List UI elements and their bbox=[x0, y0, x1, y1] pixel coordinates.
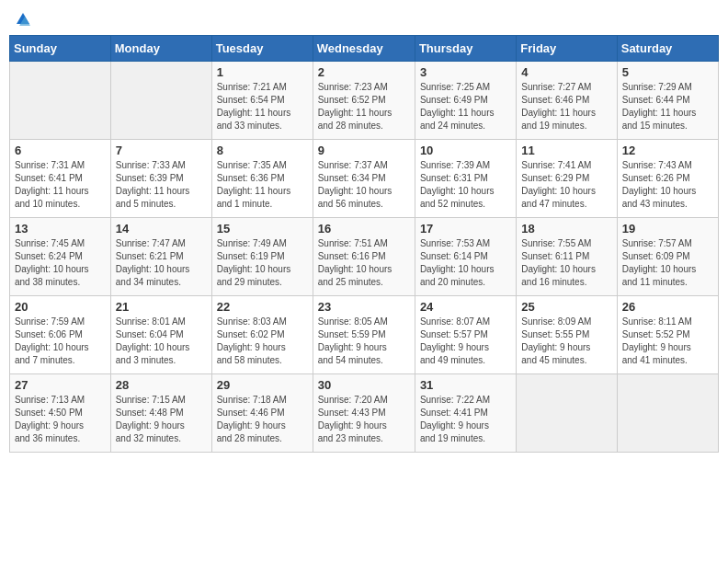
calendar-cell bbox=[10, 62, 111, 140]
logo bbox=[13, 9, 31, 28]
day-number: 24 bbox=[420, 300, 511, 314]
day-number: 5 bbox=[622, 65, 713, 79]
day-number: 20 bbox=[15, 300, 106, 314]
day-info: Sunrise: 7:15 AM Sunset: 4:48 PM Dayligh… bbox=[116, 394, 207, 445]
day-info: Sunrise: 7:55 AM Sunset: 6:11 PM Dayligh… bbox=[521, 237, 611, 289]
day-info: Sunrise: 7:18 AM Sunset: 4:46 PM Dayligh… bbox=[217, 394, 308, 445]
day-info: Sunrise: 7:25 AM Sunset: 6:49 PM Dayligh… bbox=[420, 81, 511, 132]
day-info: Sunrise: 7:47 AM Sunset: 6:21 PM Dayligh… bbox=[116, 237, 207, 289]
calendar-week-row: 6Sunrise: 7:31 AM Sunset: 6:41 PM Daylig… bbox=[10, 140, 719, 218]
day-number: 25 bbox=[521, 300, 611, 314]
day-number: 2 bbox=[318, 65, 410, 79]
calendar-cell: 25Sunrise: 8:09 AM Sunset: 5:55 PM Dayli… bbox=[517, 296, 617, 374]
day-info: Sunrise: 7:45 AM Sunset: 6:24 PM Dayligh… bbox=[15, 237, 106, 289]
calendar-cell: 3Sunrise: 7:25 AM Sunset: 6:49 PM Daylig… bbox=[415, 62, 516, 140]
day-number: 30 bbox=[318, 378, 410, 392]
calendar-cell: 23Sunrise: 8:05 AM Sunset: 5:59 PM Dayli… bbox=[313, 296, 415, 374]
calendar-header-row: SundayMondayTuesdayWednesdayThursdayFrid… bbox=[10, 36, 719, 62]
day-info: Sunrise: 7:49 AM Sunset: 6:19 PM Dayligh… bbox=[217, 237, 308, 289]
day-number: 31 bbox=[420, 378, 511, 392]
calendar-cell: 7Sunrise: 7:33 AM Sunset: 6:39 PM Daylig… bbox=[110, 140, 211, 218]
calendar-cell bbox=[617, 374, 718, 453]
calendar-cell: 28Sunrise: 7:15 AM Sunset: 4:48 PM Dayli… bbox=[110, 374, 211, 453]
day-number: 27 bbox=[15, 378, 106, 392]
day-info: Sunrise: 8:09 AM Sunset: 5:55 PM Dayligh… bbox=[521, 316, 611, 367]
day-number: 11 bbox=[521, 144, 611, 157]
day-info: Sunrise: 7:22 AM Sunset: 4:41 PM Dayligh… bbox=[420, 394, 511, 445]
day-number: 21 bbox=[116, 300, 207, 314]
day-number: 10 bbox=[420, 144, 511, 157]
day-number: 19 bbox=[622, 222, 713, 236]
calendar-cell bbox=[110, 62, 211, 140]
calendar-cell: 1Sunrise: 7:21 AM Sunset: 6:54 PM Daylig… bbox=[211, 62, 313, 140]
calendar-cell: 30Sunrise: 7:20 AM Sunset: 4:43 PM Dayli… bbox=[313, 374, 415, 453]
calendar-cell: 15Sunrise: 7:49 AM Sunset: 6:19 PM Dayli… bbox=[211, 218, 313, 296]
day-info: Sunrise: 8:11 AM Sunset: 5:52 PM Dayligh… bbox=[622, 316, 713, 367]
calendar-cell: 29Sunrise: 7:18 AM Sunset: 4:46 PM Dayli… bbox=[211, 374, 313, 453]
calendar-header-thursday: Thursday bbox=[415, 36, 516, 62]
calendar-cell: 12Sunrise: 7:43 AM Sunset: 6:26 PM Dayli… bbox=[617, 140, 718, 218]
day-number: 1 bbox=[217, 65, 308, 79]
day-number: 13 bbox=[15, 222, 106, 236]
day-number: 16 bbox=[318, 222, 410, 236]
day-info: Sunrise: 8:07 AM Sunset: 5:57 PM Dayligh… bbox=[420, 316, 511, 367]
calendar-header-monday: Monday bbox=[110, 36, 211, 62]
day-number: 23 bbox=[318, 300, 410, 314]
day-info: Sunrise: 8:01 AM Sunset: 6:04 PM Dayligh… bbox=[116, 316, 207, 367]
day-number: 8 bbox=[217, 144, 308, 157]
day-info: Sunrise: 7:57 AM Sunset: 6:09 PM Dayligh… bbox=[622, 237, 713, 289]
calendar-cell: 8Sunrise: 7:35 AM Sunset: 6:36 PM Daylig… bbox=[211, 140, 313, 218]
day-number: 28 bbox=[116, 378, 207, 392]
calendar-cell: 22Sunrise: 8:03 AM Sunset: 6:02 PM Dayli… bbox=[211, 296, 313, 374]
day-info: Sunrise: 7:13 AM Sunset: 4:50 PM Dayligh… bbox=[15, 394, 106, 445]
day-info: Sunrise: 7:29 AM Sunset: 6:44 PM Dayligh… bbox=[622, 81, 713, 132]
calendar-cell: 16Sunrise: 7:51 AM Sunset: 6:16 PM Dayli… bbox=[313, 218, 415, 296]
day-info: Sunrise: 7:20 AM Sunset: 4:43 PM Dayligh… bbox=[318, 394, 410, 445]
day-info: Sunrise: 7:21 AM Sunset: 6:54 PM Dayligh… bbox=[217, 81, 308, 132]
calendar-cell: 24Sunrise: 8:07 AM Sunset: 5:57 PM Dayli… bbox=[415, 296, 516, 374]
calendar-header-wednesday: Wednesday bbox=[313, 36, 415, 62]
calendar-week-row: 27Sunrise: 7:13 AM Sunset: 4:50 PM Dayli… bbox=[10, 374, 719, 453]
day-number: 14 bbox=[116, 222, 207, 236]
day-number: 18 bbox=[521, 222, 611, 236]
day-info: Sunrise: 7:53 AM Sunset: 6:14 PM Dayligh… bbox=[420, 237, 511, 289]
day-number: 9 bbox=[318, 144, 410, 157]
calendar-cell: 13Sunrise: 7:45 AM Sunset: 6:24 PM Dayli… bbox=[10, 218, 111, 296]
calendar-cell bbox=[517, 374, 617, 453]
calendar-header-tuesday: Tuesday bbox=[211, 36, 313, 62]
calendar-cell: 5Sunrise: 7:29 AM Sunset: 6:44 PM Daylig… bbox=[617, 62, 718, 140]
calendar-week-row: 20Sunrise: 7:59 AM Sunset: 6:06 PM Dayli… bbox=[10, 296, 719, 374]
day-number: 29 bbox=[217, 378, 308, 392]
calendar-table: SundayMondayTuesdayWednesdayThursdayFrid… bbox=[9, 35, 719, 453]
calendar-header-sunday: Sunday bbox=[10, 36, 111, 62]
calendar-cell: 26Sunrise: 8:11 AM Sunset: 5:52 PM Dayli… bbox=[617, 296, 718, 374]
calendar-cell: 31Sunrise: 7:22 AM Sunset: 4:41 PM Dayli… bbox=[415, 374, 516, 453]
calendar-week-row: 1Sunrise: 7:21 AM Sunset: 6:54 PM Daylig… bbox=[10, 62, 719, 140]
day-number: 7 bbox=[116, 144, 207, 157]
calendar-cell: 17Sunrise: 7:53 AM Sunset: 6:14 PM Dayli… bbox=[415, 218, 516, 296]
calendar-cell: 9Sunrise: 7:37 AM Sunset: 6:34 PM Daylig… bbox=[313, 140, 415, 218]
calendar-cell: 4Sunrise: 7:27 AM Sunset: 6:46 PM Daylig… bbox=[517, 62, 617, 140]
calendar-cell: 14Sunrise: 7:47 AM Sunset: 6:21 PM Dayli… bbox=[110, 218, 211, 296]
day-info: Sunrise: 7:35 AM Sunset: 6:36 PM Dayligh… bbox=[217, 159, 308, 211]
day-info: Sunrise: 7:59 AM Sunset: 6:06 PM Dayligh… bbox=[15, 316, 106, 367]
calendar-cell: 21Sunrise: 8:01 AM Sunset: 6:04 PM Dayli… bbox=[110, 296, 211, 374]
day-number: 17 bbox=[420, 222, 511, 236]
day-number: 15 bbox=[217, 222, 308, 236]
day-number: 22 bbox=[217, 300, 308, 314]
day-number: 26 bbox=[622, 300, 713, 314]
calendar-cell: 10Sunrise: 7:39 AM Sunset: 6:31 PM Dayli… bbox=[415, 140, 516, 218]
day-number: 3 bbox=[420, 65, 511, 79]
day-number: 12 bbox=[622, 144, 713, 157]
calendar-header-saturday: Saturday bbox=[617, 36, 718, 62]
day-info: Sunrise: 8:03 AM Sunset: 6:02 PM Dayligh… bbox=[217, 316, 308, 367]
day-info: Sunrise: 7:39 AM Sunset: 6:31 PM Dayligh… bbox=[420, 159, 511, 211]
page-header bbox=[9, 9, 719, 28]
calendar-cell: 6Sunrise: 7:31 AM Sunset: 6:41 PM Daylig… bbox=[10, 140, 111, 218]
day-info: Sunrise: 7:41 AM Sunset: 6:29 PM Dayligh… bbox=[521, 159, 611, 211]
calendar-header-friday: Friday bbox=[517, 36, 617, 62]
day-info: Sunrise: 7:43 AM Sunset: 6:26 PM Dayligh… bbox=[622, 159, 713, 211]
day-info: Sunrise: 7:33 AM Sunset: 6:39 PM Dayligh… bbox=[116, 159, 207, 211]
day-number: 4 bbox=[521, 65, 611, 79]
day-info: Sunrise: 7:37 AM Sunset: 6:34 PM Dayligh… bbox=[318, 159, 410, 211]
